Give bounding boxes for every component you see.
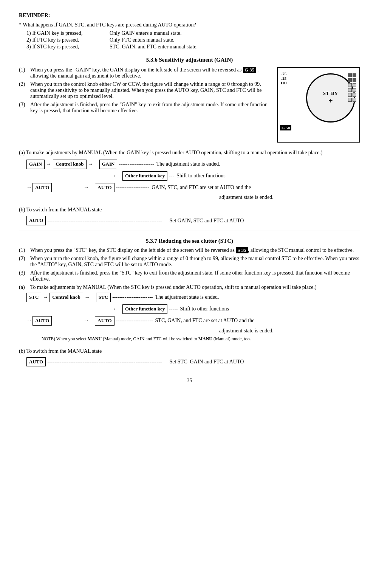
bar-row-1 (348, 73, 356, 77)
stc-auto-key: AUTO (26, 357, 46, 367)
bar-row-3 (348, 83, 356, 87)
stc-section-title: 5.3.7 Reducing the sea clutter (STC) (19, 238, 360, 244)
freq-75: .75 (281, 71, 287, 76)
stc-step-1-text: When you press the "STC" key, the STC di… (30, 247, 354, 253)
gain-key-start: GAIN (26, 160, 45, 169)
gain-flow-row-3: → AUTO → AUTO ------------------- GAIN, … (26, 183, 360, 192)
gain-diagram-text: (1) When you press the "GAIN" key, the G… (19, 67, 269, 114)
arrow-3: → (111, 172, 116, 180)
stc-row1-dashes: ----------------------- (112, 293, 153, 301)
reminder-item-1-condition: 1) If GAIN key is pressed, (26, 30, 110, 36)
auto-key-right: AUTO (95, 183, 114, 192)
gain-manual-intro-a: (a) To make adjustments by MANUAL (When … (19, 149, 360, 157)
gain-row3-dashes: ------------------- (116, 183, 150, 192)
arrow-auto-left: → (26, 183, 32, 192)
stc-key-start: STC (26, 293, 41, 302)
stc-step-1-number: (1) (19, 247, 30, 253)
stc-manual-intro-b: (b) To switch from the MANUAL state (19, 347, 360, 355)
gain-row2-desc: Shift to other functions (176, 172, 226, 180)
bar-row-4 (348, 88, 356, 92)
bar-row-6 (348, 98, 356, 102)
stc-flow-row-1: STC → Control knob → STC ---------------… (26, 293, 360, 302)
stc-section: 5.3.7 Reducing the sea clutter (STC) (1)… (19, 238, 360, 366)
stc-row2-desc: Shift to other functions (180, 305, 229, 313)
gain-auto-key: AUTO (26, 216, 46, 225)
bar (353, 83, 356, 87)
stc-arrow-2: → (85, 293, 90, 301)
stby-text: ST'BY (323, 91, 338, 96)
gain-section-title: 5.3.6 Sensitivity adjustment (GAIN) (19, 57, 360, 63)
stc-step-2-number: (2) (19, 256, 30, 262)
stc-control-knob-key: Control knob (50, 293, 83, 302)
reminder-item-2-condition: 2) If FTC key is pressed, (26, 37, 110, 43)
gain-step-2: (2) When you turn the control knob eithe… (19, 81, 269, 99)
manu-bold-1: MANU (88, 336, 102, 341)
stc-flow-row-2: → Other function key ----- Shift to othe… (26, 304, 360, 314)
reminder-grid: 1) If GAIN key is pressed, Only GAIN ent… (26, 30, 360, 50)
stc-other-function-key: Other function key (122, 304, 167, 314)
stc-arrow-1: → (43, 293, 48, 301)
auto-key-left: AUTO (32, 183, 52, 192)
gain-flow-row-1: GAIN → Control knob → GAIN -------------… (26, 160, 360, 169)
gain-row1-dashes: -------------------- (119, 160, 154, 168)
bar (348, 98, 352, 102)
stc-row3-desc: STC, GAIN, and FTC are set at AUTO and t… (155, 316, 255, 325)
other-function-key: Other function key (122, 171, 167, 181)
page-number-value: 35 (187, 378, 192, 383)
stc-step-a-text: To make adjustments by MANUAL (When the … (30, 284, 317, 290)
stc-auto-key-left: AUTO (32, 316, 52, 326)
gain-step-1: (1) When you press the "GAIN" key, the G… (19, 67, 269, 79)
reminder-question: * What happens if GAIN, STC, and FTC key… (19, 21, 360, 29)
stc-row3-dashes: --------------------- (116, 316, 153, 325)
bar (348, 78, 352, 82)
bar-row-5 (348, 93, 356, 97)
stc-auto-key-right: AUTO (95, 316, 114, 326)
s35-badge: S 35 (236, 247, 248, 253)
freq-25: .25 (281, 76, 287, 81)
gain-row3-desc: GAIN, STC, and FTC are set at AUTO and t… (152, 183, 251, 192)
control-knob-key: Control knob (53, 160, 87, 169)
bar (353, 98, 356, 102)
s35-comma: , (248, 247, 249, 253)
stc-row3-desc-cont: adjustment state is ended. (219, 328, 360, 334)
page-number: 35 (19, 378, 360, 384)
radar-diagram: .75 .25 HU G 50 ST'BY + (277, 67, 360, 143)
arrow-2: → (88, 160, 93, 168)
gain-key-end: GAIN (99, 160, 118, 169)
bar (353, 78, 356, 82)
stc-row2-dashes: ----- (169, 305, 178, 313)
plus-text: + (328, 96, 333, 105)
gain-row3-desc-cont: adjustment state is ended. (219, 194, 360, 200)
reminder-title: REMINDER: (19, 12, 50, 18)
stc-step-3-text: After the adjustment is finished, press … (30, 270, 360, 282)
stc-step-1: (1) When you press the "STC" key, the ST… (19, 247, 360, 253)
g35-badge: G 35 (243, 67, 256, 73)
stc-arrow-3: → (111, 305, 116, 313)
reminder-item-1-result: Only GAIN enters a manual state. (110, 30, 360, 36)
gain-step-3-number: (3) (19, 102, 30, 108)
stc-step-3-number: (3) (19, 270, 30, 276)
gain-flow-row-2: → Other function key --- Shift to other … (26, 171, 360, 181)
g50-label: G 50 (280, 125, 291, 130)
bar (348, 83, 352, 87)
stc-flow-row-3: → AUTO → AUTO --------------------- STC,… (26, 316, 360, 326)
stc-step-a-number: (a) (19, 284, 30, 290)
bar (353, 93, 356, 97)
gain-manual-section: (a) To make adjustments by MANUAL (When … (19, 149, 360, 225)
gain-row1-desc: The adjustment state is ended. (156, 160, 220, 168)
stc-note: NOTE) When you select MANU (Manual) mode… (42, 336, 360, 342)
stc-auto-dashes: ----------------------------------------… (47, 358, 162, 366)
right-bars (348, 73, 356, 102)
freq-label: .75 .25 HU (281, 71, 287, 85)
bar (348, 93, 352, 97)
bar (348, 73, 352, 77)
bar (353, 88, 356, 92)
bar (348, 88, 352, 92)
gain-row2-dashes: --- (169, 172, 174, 180)
gain-diagram-container: (1) When you press the "GAIN" key, the G… (19, 67, 360, 143)
stc-arrow-auto-left: → (26, 316, 32, 325)
arrow-4: → (84, 183, 89, 192)
stc-row1-desc: The adjustment state is ended. (155, 293, 219, 301)
stc-key-end: STC (96, 293, 111, 302)
manu-bold-2: MANU (198, 336, 212, 341)
